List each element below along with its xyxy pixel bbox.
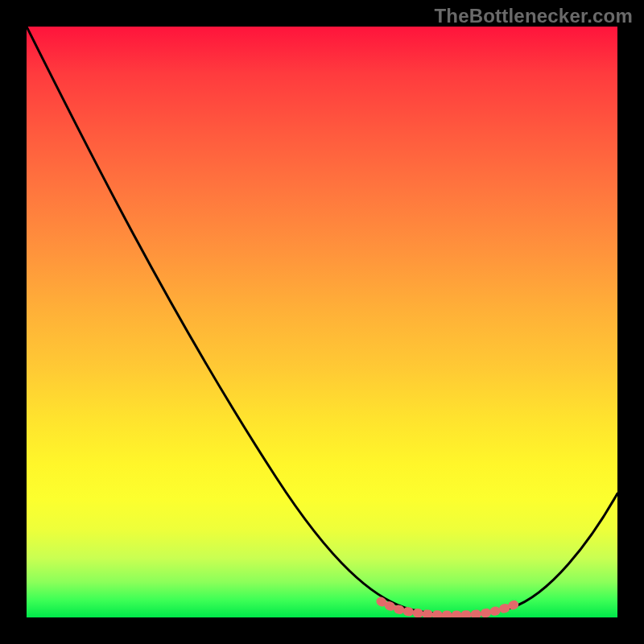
chart-overlay-svg (27, 27, 617, 617)
chart-curve (27, 27, 617, 614)
watermark-text: TheBottlenecker.com (434, 5, 633, 27)
chart-valley-marker (381, 601, 514, 615)
chart-frame: TheBottlenecker.com (0, 0, 644, 644)
